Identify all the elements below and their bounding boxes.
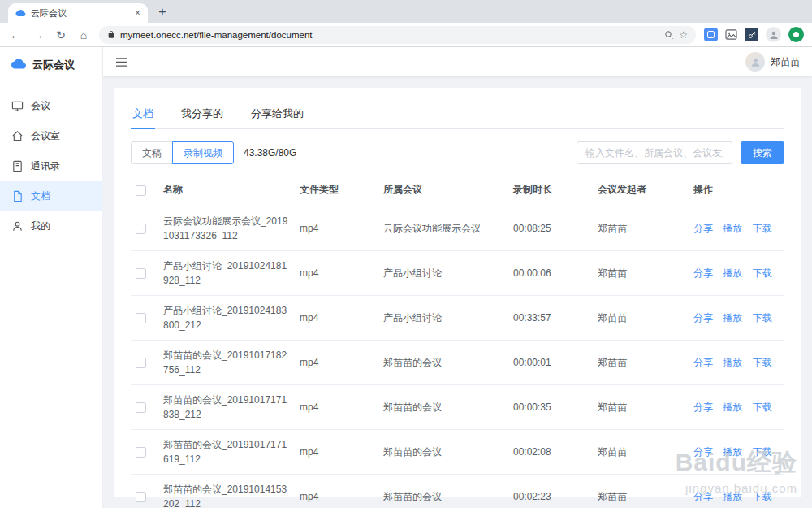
logo-cloud-icon: [11, 58, 27, 73]
browser-tab[interactable]: 云际会议 ×: [8, 3, 148, 23]
sidebar-item-mine[interactable]: 我的: [0, 211, 102, 241]
tab-close-icon[interactable]: ×: [135, 7, 140, 19]
column-meeting: 所属会议: [378, 174, 508, 206]
search-area: 搜索: [577, 141, 784, 164]
sidebar-item-label: 我的: [31, 219, 50, 233]
file-name: 产品小组讨论_20191024183800_212: [158, 296, 295, 341]
meeting-name: 产品小组讨论: [378, 296, 508, 341]
search-input[interactable]: [577, 141, 732, 164]
download-link[interactable]: 下载: [753, 402, 772, 413]
content-area: 文档 我分享的 分享给我的 文稿 录制视频 43.38G/80G 搜索: [103, 76, 812, 508]
tab-shared-with-me[interactable]: 分享给我的: [249, 99, 305, 128]
file-type: mp4: [295, 475, 378, 508]
owner: 郑苗苗: [593, 430, 689, 475]
table-row: 云际会议功能展示会议_20191031173326_112 mp4 云际会议功能…: [131, 206, 784, 251]
sidebar-item-documents[interactable]: 文档: [0, 181, 102, 211]
download-link[interactable]: 下载: [753, 223, 772, 234]
sidebar: 云际会议 会议 会议室 通讯录: [0, 47, 103, 508]
file-name: 郑苗苗的会议_20191017171619_112: [158, 430, 295, 475]
sidebar-item-meetings[interactable]: 会议: [0, 91, 102, 121]
sidebar-item-meeting-rooms[interactable]: 会议室: [0, 121, 102, 151]
meeting-name: 郑苗苗的会议: [378, 341, 508, 385]
play-link[interactable]: 播放: [723, 491, 742, 502]
storage-usage: 43.38G/80G: [244, 147, 296, 158]
table-row: 郑苗苗的会议_20191017171619_112 mp4 郑苗苗的会议 00:…: [131, 430, 784, 475]
row-checkbox[interactable]: [136, 358, 146, 368]
play-link[interactable]: 播放: [723, 446, 742, 458]
row-checkbox[interactable]: [136, 224, 146, 234]
play-link[interactable]: 播放: [723, 267, 742, 279]
document-card: 文档 我分享的 分享给我的 文稿 录制视频 43.38G/80G 搜索: [114, 88, 801, 497]
owner: 郑苗苗: [593, 251, 689, 296]
app-logo: 云际会议: [0, 47, 102, 83]
main-area: 郑苗苗 文档 我分享的 分享给我的 文稿 录制视频 43.38G/80G: [103, 47, 812, 508]
new-tab-button[interactable]: +: [153, 2, 172, 22]
share-link[interactable]: 分享: [693, 312, 713, 323]
bookmark-star-icon[interactable]: ☆: [679, 29, 688, 41]
select-all-checkbox[interactable]: [136, 185, 146, 196]
file-type: mp4: [295, 385, 378, 430]
file-type: mp4: [295, 341, 378, 385]
row-checkbox[interactable]: [136, 313, 146, 323]
owner: 郑苗苗: [593, 341, 689, 385]
play-link[interactable]: 播放: [723, 312, 742, 323]
column-file-type: 文件类型: [295, 174, 378, 206]
toolbar-extensions: [704, 27, 804, 42]
download-link[interactable]: 下载: [753, 446, 772, 458]
share-link[interactable]: 分享: [693, 357, 713, 368]
extension-image-icon[interactable]: [725, 29, 737, 40]
file-name: 产品小组讨论_20191024181928_112: [158, 251, 295, 296]
user-menu[interactable]: 郑苗苗: [745, 52, 800, 72]
extension-key-icon[interactable]: [745, 28, 758, 41]
back-button[interactable]: ←: [8, 28, 23, 41]
row-checkbox[interactable]: [136, 447, 146, 458]
play-link[interactable]: 播放: [723, 402, 742, 413]
reload-button[interactable]: ↻: [54, 28, 68, 41]
file-name: 郑苗苗的会议_20191014153202_112: [158, 475, 295, 508]
duration: 00:02:08: [508, 430, 593, 475]
download-link[interactable]: 下载: [753, 312, 772, 323]
tab-title: 云际会议: [31, 7, 67, 20]
browser-green-status-icon[interactable]: [788, 27, 804, 42]
filter-row: 文稿 录制视频 43.38G/80G 搜索: [131, 141, 784, 164]
app-topbar: 郑苗苗: [103, 47, 812, 76]
share-link[interactable]: 分享: [693, 267, 713, 279]
home-button[interactable]: ⌂: [76, 28, 91, 41]
filter-docs-button[interactable]: 文稿: [131, 141, 173, 164]
filter-recordings-button[interactable]: 录制视频: [172, 141, 234, 164]
download-link[interactable]: 下载: [753, 357, 772, 368]
file-type: mp4: [295, 206, 378, 251]
column-name: 名称: [158, 174, 295, 206]
owner: 郑苗苗: [593, 475, 689, 508]
share-link[interactable]: 分享: [693, 402, 713, 413]
url-text: mymeet.onecc.net/file-management/documen…: [120, 30, 313, 40]
share-link[interactable]: 分享: [693, 223, 713, 234]
file-type-toggle: 文稿 录制视频: [131, 141, 234, 164]
share-link[interactable]: 分享: [693, 446, 713, 458]
tab-shared-by-me[interactable]: 我分享的: [179, 99, 225, 128]
sidebar-item-contacts[interactable]: 通讯录: [0, 151, 102, 181]
content-tabs: 文档 我分享的 分享给我的: [131, 99, 784, 129]
search-icon[interactable]: [664, 30, 674, 40]
forward-button[interactable]: →: [31, 28, 45, 41]
row-checkbox[interactable]: [136, 402, 146, 413]
download-link[interactable]: 下载: [753, 267, 772, 279]
row-checkbox[interactable]: [136, 492, 146, 502]
monitor-icon: [11, 100, 24, 112]
tab-documents[interactable]: 文档: [131, 99, 155, 128]
address-bar[interactable]: mymeet.onecc.net/file-management/documen…: [99, 26, 696, 44]
collapse-menu-icon[interactable]: [115, 57, 127, 67]
extension-blue-icon[interactable]: [704, 28, 718, 41]
search-button[interactable]: 搜索: [741, 141, 784, 164]
share-link[interactable]: 分享: [693, 491, 713, 502]
row-checkbox[interactable]: [136, 268, 146, 279]
play-link[interactable]: 播放: [723, 357, 742, 368]
table-row: 郑苗苗的会议_20191017171838_212 mp4 郑苗苗的会议 00:…: [131, 385, 784, 430]
play-link[interactable]: 播放: [723, 223, 742, 234]
browser-profile-icon[interactable]: [766, 27, 781, 42]
person-icon: [11, 220, 24, 232]
file-type: mp4: [295, 430, 378, 475]
address-book-icon: [11, 160, 24, 172]
meeting-name: 云际会议功能展示会议: [378, 206, 508, 251]
download-link[interactable]: 下载: [753, 491, 772, 502]
